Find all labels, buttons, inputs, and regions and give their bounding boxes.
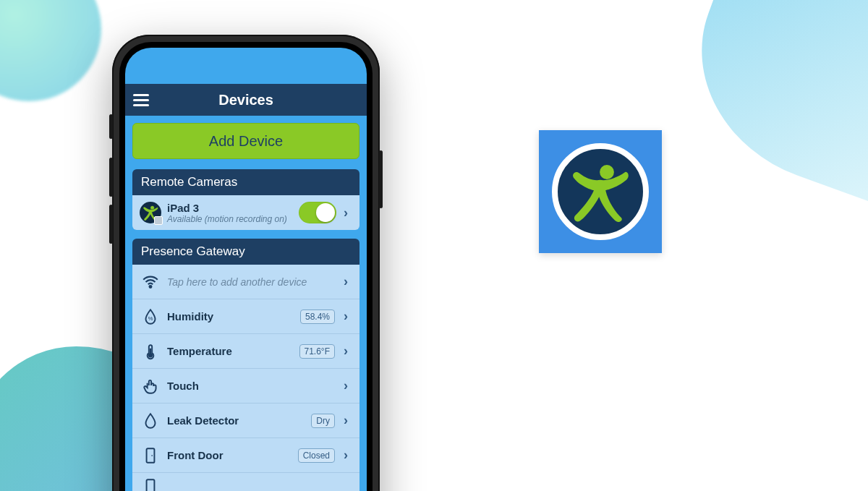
device-row-partial[interactable] — [132, 473, 359, 491]
device-name: Humidity — [167, 310, 213, 323]
section-remote-cameras: Remote Cameras iPad 3 Available (motion … — [132, 169, 359, 230]
svg-text:%: % — [148, 315, 153, 322]
phone-side-button — [109, 158, 113, 197]
door-icon — [138, 477, 163, 491]
camera-toggle[interactable] — [299, 202, 336, 223]
device-name: Leak Detector — [167, 414, 239, 427]
device-row-temperature[interactable]: Temperature 71.6°F › — [132, 334, 359, 369]
device-row-leak[interactable]: Leak Detector Dry › — [132, 404, 359, 438]
chevron-right-icon: › — [339, 205, 352, 221]
app-header: Devices — [125, 84, 367, 116]
section-header: Remote Cameras — [132, 169, 359, 195]
menu-button[interactable] — [125, 84, 157, 116]
svg-point-2 — [150, 286, 152, 288]
app-icon-ring — [552, 143, 649, 240]
add-device-hint: Tap here to add another device — [167, 276, 307, 288]
page-title: Devices — [125, 92, 367, 108]
decorative-blob — [667, 0, 868, 207]
phone-frame: Devices Add Device Remote Cameras — [112, 35, 380, 491]
svg-point-1 — [150, 206, 154, 210]
touch-icon — [138, 377, 163, 396]
phone-side-button — [379, 150, 383, 208]
device-value-badge: Closed — [298, 448, 335, 463]
device-name: Touch — [167, 380, 199, 392]
svg-point-7 — [151, 455, 153, 456]
app-screen: Devices Add Device Remote Cameras — [125, 48, 367, 491]
door-icon — [138, 446, 163, 465]
chevron-right-icon: › — [339, 378, 352, 393]
add-device-label: Add Device — [209, 133, 283, 150]
chevron-right-icon: › — [339, 274, 352, 289]
chevron-right-icon: › — [339, 413, 352, 428]
device-row-front-door[interactable]: Front Door Closed › — [132, 438, 359, 473]
person-x-icon — [568, 159, 633, 224]
thermometer-icon — [138, 342, 163, 361]
section-presence-gateway: Presence Gateway Tap here to add another… — [132, 239, 359, 491]
phone-side-button — [109, 205, 113, 244]
chevron-right-icon: › — [339, 448, 352, 463]
phone-side-button — [109, 114, 113, 139]
device-name: Temperature — [167, 345, 232, 357]
device-value-badge: 71.6°F — [299, 344, 335, 359]
svg-rect-6 — [147, 448, 155, 463]
camera-avatar-icon — [140, 202, 161, 223]
camera-status: Available (motion recording on) — [167, 214, 299, 224]
wifi-icon — [138, 273, 163, 291]
device-value-badge: 58.4% — [300, 309, 335, 324]
chevron-right-icon: › — [339, 343, 352, 359]
device-name: Front Door — [167, 449, 223, 461]
add-another-device-row[interactable]: Tap here to add another device › — [132, 265, 359, 299]
svg-point-0 — [600, 165, 614, 179]
add-device-button[interactable]: Add Device — [132, 123, 359, 159]
app-icon — [539, 130, 662, 253]
device-row-touch[interactable]: Touch › — [132, 369, 359, 404]
section-header: Presence Gateway — [132, 239, 359, 265]
device-row-humidity[interactable]: % Humidity 58.4% › — [132, 299, 359, 334]
humidity-icon: % — [138, 307, 163, 326]
device-value-badge: Dry — [311, 414, 335, 428]
hamburger-icon — [133, 99, 149, 101]
droplet-icon — [138, 411, 163, 430]
camera-row-ipad3[interactable]: iPad 3 Available (motion recording on) › — [132, 195, 359, 230]
chevron-right-icon: › — [339, 309, 352, 324]
camera-name: iPad 3 — [167, 202, 299, 214]
svg-rect-8 — [147, 479, 155, 491]
decorative-blob — [0, 0, 101, 101]
